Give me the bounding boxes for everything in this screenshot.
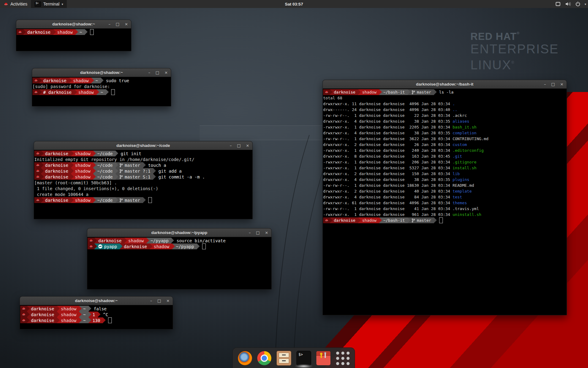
ls-row: drwxrwxr-x. 4 darknoise darknoise 38 Jan… [323, 118, 566, 124]
screen-brightness-icon [555, 2, 561, 6]
terminal-icon[interactable]: $> [296, 351, 311, 366]
minimize-button[interactable]: – [544, 82, 546, 86]
close-button[interactable]: × [246, 144, 249, 148]
segment-label: darknoise [31, 306, 54, 311]
segment-label: shadow [154, 244, 169, 249]
prompt-segment-user: darknoise [41, 174, 71, 180]
redhat-icon [89, 239, 93, 243]
minimize-button[interactable]: – [148, 71, 150, 75]
close-button[interactable]: × [265, 231, 268, 235]
ls-meta: -rwxrwxr-x. 1 darknoise darknoise 2205 J… [323, 125, 453, 129]
prompt-line: darknoiseshadow~130 [20, 317, 172, 323]
maximize-button[interactable]: □ [237, 144, 241, 148]
window-titlebar[interactable]: darknoise@shadow:~/bash-it–□× [323, 80, 567, 89]
segment-label: master ?:1 [125, 169, 150, 174]
close-button[interactable]: × [560, 82, 564, 86]
segment-label: ~ [100, 90, 103, 95]
window-titlebar[interactable]: darknoise@shadow:~/pyapp–□× [87, 228, 271, 237]
minimize-button[interactable]: – [108, 22, 111, 26]
output-line: Initialized empty Git repository in /hom… [34, 156, 252, 162]
activities-button[interactable]: Activities [0, 0, 31, 8]
output-text: Initialized empty Git repository in /hom… [34, 157, 194, 162]
output-text: total 68 [323, 96, 342, 100]
ls-row: -rw-rw-r--. 1 darknoise darknoise 41 Jan… [323, 206, 566, 212]
clock[interactable]: Sat 03:57 [285, 0, 303, 8]
close-button[interactable]: × [164, 71, 168, 75]
maximize-button[interactable]: □ [156, 71, 159, 75]
files-icon[interactable] [277, 351, 291, 366]
prompt-segment-hat [20, 317, 27, 323]
toolbox-icon[interactable] [316, 351, 330, 365]
maximize-button[interactable]: □ [256, 231, 260, 235]
prompt-segment-git: master [408, 89, 434, 95]
window-titlebar[interactable]: darknoise@shadow:~–□× [16, 20, 131, 29]
ls-row: drwxrwxr-x. 8 darknoise darknoise 163 Ja… [323, 153, 566, 159]
output-line: [master (root-commit) 50bcb63] . [34, 180, 252, 186]
prompt-segment-host: shadow [53, 29, 76, 35]
window-titlebar[interactable]: darknoise@shadow:~–□× [32, 68, 171, 77]
terminal-content[interactable]: darknoiseshadow~/codegit initInitialized… [34, 150, 252, 219]
terminal-content[interactable]: darknoiseshadow~ [16, 29, 131, 51]
terminal-content[interactable]: darknoiseshadow~/bash-itmasterls -latota… [323, 89, 567, 315]
prompt-line: darknoiseshadow~false [20, 306, 172, 312]
prompt-segment-hat [34, 162, 41, 168]
window-title: darknoise@shadow:~ [52, 22, 95, 26]
window-title: darknoise@shadow:~ [80, 70, 123, 75]
prompt-segment-user: darknoise [120, 243, 150, 249]
prompt-segment-user: darknoise [41, 168, 71, 174]
segment-label: shadow [73, 78, 89, 83]
close-button[interactable]: × [166, 299, 170, 303]
ls-filename: .git [453, 154, 462, 159]
output-line: total 68 [323, 95, 566, 101]
prompt-segment-git: master [115, 197, 143, 203]
redhat-icon [36, 163, 40, 167]
terminal-content[interactable]: darknoiseshadow~/pyappsource bin/activat… [87, 237, 271, 289]
ls-row: -rwxrwxr-x. 1 darknoise darknoise 2205 J… [323, 124, 566, 130]
prompt-line: darknoiseshadow~/codemaster S:1git commi… [34, 174, 252, 180]
terminal-content[interactable]: darknoiseshadow~sudo true[sudo] password… [32, 77, 171, 106]
prompt-segment-host: shadow [57, 306, 79, 312]
ls-meta: drwxrwxr-x. 8 darknoise darknoise 163 Ja… [323, 154, 453, 159]
maximize-button[interactable]: □ [551, 82, 555, 86]
prompt-segment-user: darknoise [330, 89, 358, 95]
dock-items: $> [233, 348, 355, 368]
chrome-icon[interactable] [257, 351, 271, 365]
segment-label: shadow [61, 312, 77, 317]
prompt-line: darknoiseshadow~/codegit init [34, 151, 252, 156]
git-branch-icon [119, 175, 123, 179]
firefox-icon[interactable] [238, 351, 252, 365]
redhat-icon [36, 198, 40, 202]
maximize-button[interactable]: □ [116, 22, 119, 26]
segment-label: darknoise [334, 218, 355, 223]
redhat-icon [22, 318, 26, 322]
command-text: sudo true [106, 78, 129, 83]
minimize-button[interactable]: – [230, 144, 232, 148]
prompt-segment-user: darknoise [27, 317, 57, 323]
minimize-button[interactable]: – [249, 231, 251, 235]
ls-meta: drwxrwxr-x. 2 darknoise darknoise 40 Jan… [323, 189, 453, 194]
segment-label: darknoise [334, 90, 355, 94]
window-titlebar[interactable]: darknoise@shadow:~/code–□× [34, 141, 252, 150]
window-titlebar[interactable]: darknoise@shadow:~–□× [20, 297, 173, 305]
output-text: [master (root-commit) 50bcb63] . [34, 180, 117, 185]
terminal-content[interactable]: darknoiseshadow~falsedarknoiseshadow~1^C… [20, 305, 173, 329]
prompt-segment-hat [34, 151, 41, 156]
window-controls: –□× [148, 68, 168, 77]
chevron-down-icon: ▾ [585, 2, 586, 6]
app-grid-icon[interactable] [336, 351, 350, 365]
prompt-segment-hat [34, 168, 41, 174]
minimize-button[interactable]: – [150, 299, 152, 303]
prompt-segment-host: shadow [358, 217, 379, 223]
system-status-area[interactable]: ▾ [555, 0, 586, 8]
redhat-icon [22, 312, 26, 316]
git-branch-icon [119, 163, 123, 167]
ls-row: -rw-rw-r--. 1 darknoise darknoise 3622 J… [323, 136, 566, 142]
maximize-button[interactable]: □ [157, 299, 161, 303]
prompt-segment-user: darknoise [27, 306, 57, 312]
terminal-cursor [111, 89, 115, 95]
close-button[interactable]: × [125, 22, 128, 26]
ls-filename: . [453, 102, 455, 106]
app-menu-terminal[interactable]: $> Terminal ▾ [31, 0, 67, 8]
redhat-icon [34, 79, 38, 82]
terminal-cursor [439, 217, 443, 223]
